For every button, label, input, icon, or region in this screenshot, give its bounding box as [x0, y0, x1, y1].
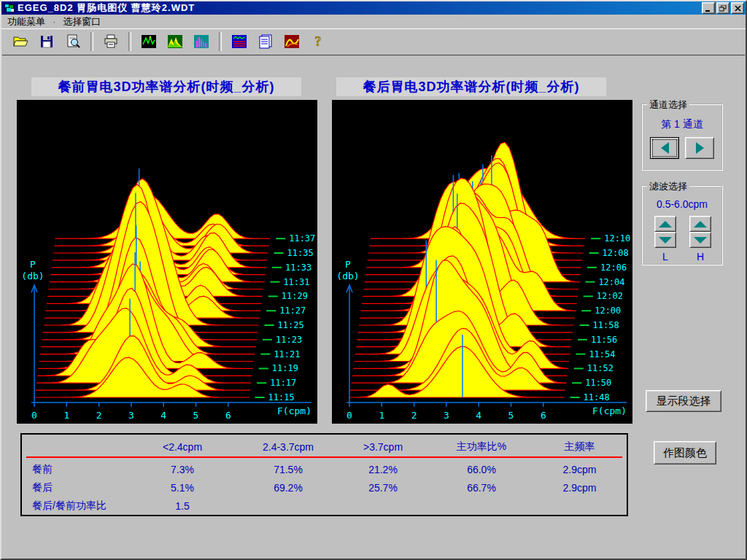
close-button[interactable]: [731, 2, 744, 14]
time-label: 12:02: [597, 291, 623, 301]
low-cutoff-down-button[interactable]: [654, 232, 676, 248]
high-cutoff-up-button[interactable]: [689, 216, 711, 232]
high-cutoff-spinner: [689, 216, 711, 248]
previous-channel-button[interactable]: [650, 137, 679, 159]
x-tick-label: 4: [476, 410, 481, 421]
x-tick-label: 1: [379, 410, 384, 421]
time-label: 11:21: [274, 349, 300, 359]
time-label: 11:33: [285, 262, 311, 273]
y-axis-title: (db): [336, 271, 359, 281]
table-row-2-cell-5: 2.9cpm: [533, 482, 627, 494]
down-arrow-icon: [694, 237, 707, 244]
filter-select-group: 滤波选择 0.5-6.0cpm L H: [641, 185, 723, 265]
x-axis-title: F(cpm): [592, 405, 627, 416]
high-cutoff-down-button[interactable]: [689, 232, 711, 248]
menu-item-2[interactable]: 选择窗口: [57, 14, 107, 30]
time-label: 11:25: [278, 320, 304, 330]
table-row-2-cell-2: 69.2%: [241, 482, 336, 494]
table-row-2-cell-3: 25.7%: [336, 482, 430, 494]
time-label: 11:54: [589, 349, 615, 359]
time-label: 11:23: [276, 335, 302, 345]
table-row-3-cell-0: 餐后/餐前功率比: [22, 499, 124, 513]
low-cutoff-up-button[interactable]: [654, 216, 676, 232]
x-tick-label: 6: [225, 410, 231, 421]
report-document-button[interactable]: [252, 31, 279, 52]
table-row-1-cell-3: 21.2%: [336, 464, 430, 475]
table-row-2: 餐后5.1%69.2%25.7%66.7%2.9cpm: [22, 479, 627, 497]
bar-spectrum-view-icon: [193, 34, 209, 49]
titlebar: EGEG_8D2 胃肠电图仪 曹慧玲2.WDT: [1, 1, 746, 15]
post-meal-waterfall-chart: 12:1012:0812:0612:0412:0212:0011:5811:56…: [332, 100, 632, 424]
time-label: 11:27: [279, 306, 306, 316]
restore-button[interactable]: [716, 2, 729, 14]
pre-meal-waterfall-chart: 11:3711:3511:3311:3111:2911:2711:2511:23…: [17, 100, 317, 424]
menu-separator-dot: ·: [51, 16, 57, 27]
post-meal-chart-title: 餐后胃电3D功率谱分析(时频_分析): [336, 77, 606, 96]
menu-item-1[interactable]: 功能菜单: [1, 14, 51, 30]
table-header-row: <2.4cpm2.4-3.7cpm>3.7cpm主功率比%主频率: [22, 438, 627, 456]
table-row-2-cell-4: 66.7%: [430, 482, 533, 494]
time-label: 11:17: [270, 378, 296, 388]
composite-report-button[interactable]: [226, 31, 252, 52]
print-preview-icon: [65, 34, 81, 49]
waveform-view-icon: [141, 34, 157, 49]
toolbar-separator: [128, 32, 131, 51]
plot-color-button[interactable]: 作图颜色: [654, 441, 716, 464]
spectrum-3d-view-icon: [167, 34, 183, 49]
time-label: 11:52: [587, 363, 614, 373]
x-axis-title: F(cpm): [277, 405, 311, 416]
filter-group-label: 滤波选择: [647, 180, 689, 193]
time-label: 11:35: [287, 248, 314, 258]
color-map-button[interactable]: [279, 31, 305, 52]
table-row-2-cell-1: 5.1%: [124, 482, 241, 494]
low-cutoff-label: L: [654, 251, 676, 262]
x-tick-label: 6: [541, 410, 546, 421]
table-header-row-cell-1: <2.4cpm: [124, 441, 241, 453]
y-axis-title: P: [30, 259, 36, 270]
open-file-button[interactable]: [7, 31, 34, 52]
bar-spectrum-view-button[interactable]: [188, 31, 214, 52]
client-area: 餐前胃电3D功率谱分析(时频_分析) 餐后胃电3D功率谱分析(时频_分析) 11…: [2, 55, 745, 558]
time-label: 12:06: [600, 262, 627, 273]
time-label: 11:31: [283, 277, 309, 287]
table-header-row-cell-3: >3.7cpm: [336, 441, 430, 453]
time-label: 11:37: [289, 233, 315, 244]
help-button[interactable]: ?: [305, 31, 331, 52]
table-row-1-cell-0: 餐前: [22, 463, 124, 476]
print-button[interactable]: [98, 31, 124, 52]
table-header-row-cell-5: 主频率: [533, 440, 627, 454]
minimize-button[interactable]: [702, 2, 715, 14]
next-channel-button[interactable]: [685, 137, 714, 159]
table-row-1-cell-2: 71.5%: [241, 464, 336, 475]
color-map-icon: [284, 34, 300, 49]
table-row-2-cell-0: 餐后: [22, 481, 124, 494]
save-file-button[interactable]: [34, 31, 60, 52]
time-label: 11:19: [272, 363, 298, 373]
right-arrow-icon: [696, 142, 704, 154]
header-separator-line: [26, 456, 622, 458]
spectrum-3d-view-button[interactable]: [162, 31, 188, 52]
x-tick-label: 2: [411, 410, 417, 421]
help-icon: ?: [310, 34, 326, 49]
table-header-row-cell-2: 2.4-3.7cpm: [241, 441, 336, 453]
table-row-1: 餐前7.3%71.5%21.2%66.0%2.9cpm: [22, 461, 627, 478]
up-arrow-icon: [694, 221, 707, 228]
window-title: EGEG_8D2 胃肠电图仪 曹慧玲2.WDT: [18, 1, 702, 15]
filter-range-value: 0.5-6.0cpm: [643, 198, 721, 210]
x-tick-label: 0: [31, 410, 37, 421]
print-preview-button[interactable]: [60, 31, 86, 52]
time-label: 11:50: [585, 378, 611, 388]
x-tick-label: 3: [128, 410, 134, 421]
table-row-3-cell-1: 1.5: [124, 500, 241, 512]
time-label: 12:10: [604, 233, 630, 244]
x-tick-label: 4: [160, 410, 166, 421]
segment-select-button[interactable]: 显示段选择: [646, 390, 721, 412]
x-tick-label: 0: [347, 410, 352, 421]
time-label: 12:08: [603, 248, 629, 258]
pre-meal-chart-title: 餐前胃电3D功率谱分析(时频_分析): [31, 77, 301, 96]
x-tick-label: 1: [63, 410, 69, 421]
waveform-view-button[interactable]: [136, 31, 162, 52]
high-cutoff-label: H: [689, 251, 711, 262]
table-row-3: 餐后/餐前功率比1.5: [22, 497, 627, 515]
up-arrow-icon: [659, 221, 672, 228]
